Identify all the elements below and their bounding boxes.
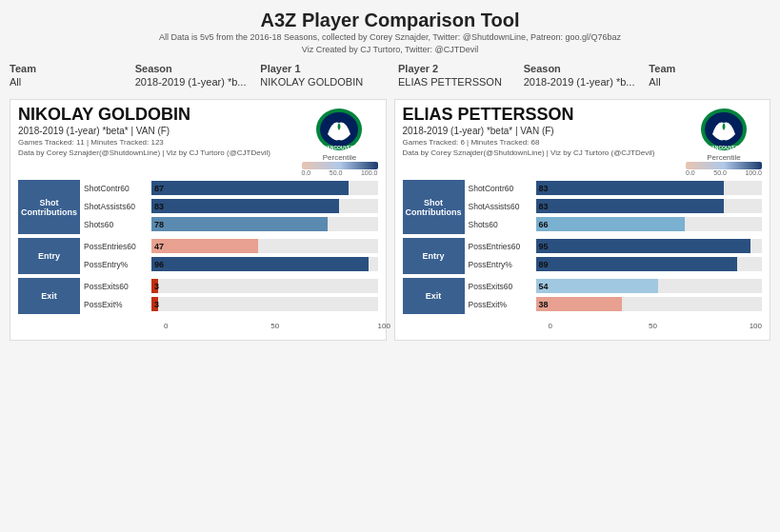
bar-value-ShotContr60: 83	[539, 184, 549, 193]
bar-PossEntries60: 95	[536, 239, 751, 253]
player2-control: Player 2 ELIAS PETTERSSON	[398, 63, 520, 88]
bar-ShotAssists60: 83	[151, 199, 339, 213]
player1-meta1: Games Tracked: 11 | Minutes Tracked: 123	[18, 138, 270, 147]
bar-PossEntry%: 89	[536, 257, 737, 271]
metric-name-PossEntry%: PossEntry%	[80, 260, 151, 269]
group-row-Exit: ExitPossExits6054PossExit%38	[403, 278, 763, 314]
bar-wrap-Shots60: 66	[536, 217, 763, 231]
metric-name-PossEntry%: PossEntry%	[465, 260, 536, 269]
player2-name: ELIAS PETTERSSON	[403, 106, 655, 125]
season2-control: Season 2018-2019 (1-year) *b...	[524, 63, 646, 88]
bar-value-ShotAssists60: 83	[539, 202, 549, 211]
bar-PossEntry%: 96	[151, 257, 369, 271]
bar-wrap-PossExit%: 3	[151, 297, 378, 311]
team2-value: All	[649, 76, 770, 88]
group-row-Exit: ExitPossExits603PossExit%3	[18, 278, 378, 314]
metric-name-ShotAssists60: ShotAssists60	[80, 202, 151, 211]
p2-x-label-0: 0	[549, 322, 650, 330]
bar-Shots60: 66	[536, 217, 686, 231]
bar-value-Shots60: 66	[539, 220, 549, 229]
bar-wrap-PossEntry%: 89	[536, 257, 763, 271]
bar-wrap-Shots60: 78	[151, 217, 378, 231]
player2-percentile-bar	[686, 162, 762, 169]
players-row: NIKOLAY GOLDOBIN 2018-2019 (1-year) *bet…	[10, 99, 770, 341]
team1-label: Team	[10, 63, 131, 74]
player1-header: NIKOLAY GOLDOBIN 2018-2019 (1-year) *bet…	[18, 106, 378, 176]
metric-row-ShotAssists60: ShotAssists6083	[80, 198, 378, 214]
bar-value-PossEntries60: 47	[154, 242, 164, 251]
bar-value-ShotContr60: 87	[154, 184, 164, 193]
bar-wrap-ShotContr60: 87	[151, 181, 378, 195]
group-label-Shot-Contributions: Shot Contributions	[403, 180, 465, 234]
player1-control: Player 1 NIKOLAY GOLDOBIN	[260, 63, 382, 88]
scale-max: 100.0	[361, 169, 378, 176]
player2-header: ELIAS PETTERSSON 2018-2019 (1-year) *bet…	[403, 106, 763, 176]
metric-name-ShotContr60: ShotContr60	[465, 184, 536, 193]
metric-name-ShotAssists60: ShotAssists60	[465, 202, 536, 211]
player1-percentile-label: Percentile	[323, 153, 357, 162]
bar-value-PossEntries60: 95	[539, 242, 549, 251]
bar-value-PossExit%: 3	[154, 300, 159, 309]
group-row-Shot-Contributions: Shot ContributionsShotContr6083ShotAssis…	[403, 180, 763, 234]
team2-label: Team	[649, 63, 770, 74]
season2-label: Season	[524, 63, 646, 74]
bar-PossExits60: 3	[151, 279, 158, 293]
player2-meta1: Games Tracked: 6 | Minutes Tracked: 68	[403, 138, 655, 147]
bar-wrap-PossEntries60: 47	[151, 239, 378, 253]
metric-name-ShotContr60: ShotContr60	[80, 184, 151, 193]
p2-x-label-50: 50	[649, 322, 750, 330]
bar-value-PossExit%: 38	[539, 300, 549, 309]
player2-meta2: Data by Corey Sznajder(@ShutdownLine) | …	[403, 148, 655, 157]
metric-row-PossExits60: PossExits603	[80, 278, 378, 294]
bar-value-Shots60: 78	[154, 220, 164, 229]
metric-row-PossExit%: PossExit%38	[465, 296, 763, 312]
p2-x-label-100: 100	[750, 322, 762, 330]
p2-scale-max: 100.0	[745, 169, 762, 176]
bar-wrap-ShotAssists60: 83	[151, 199, 378, 213]
x-label-50: 50	[270, 322, 377, 330]
bar-Shots60: 78	[151, 217, 328, 231]
bar-wrap-PossExits60: 54	[536, 279, 763, 293]
player2-x-axis: 0 50 100	[549, 322, 763, 330]
controls-row: Team All Season 2018-2019 (1-year) *b...…	[10, 63, 770, 88]
metric-name-PossExits60: PossExits60	[80, 282, 151, 291]
metric-row-Shots60: Shots6078	[80, 216, 378, 232]
team2-control: Team All	[649, 63, 770, 88]
player1-label: Player 1	[260, 63, 382, 74]
metric-row-PossExits60: PossExits6054	[465, 278, 763, 294]
p2-scale-min: 0.0	[686, 169, 695, 176]
season1-control: Season 2018-2019 (1-year) *b...	[135, 63, 257, 88]
bar-wrap-PossExit%: 38	[536, 297, 763, 311]
bar-ShotContr60: 83	[536, 181, 724, 195]
bar-value-PossExits60: 3	[154, 282, 159, 291]
svg-text:VANCOUVER: VANCOUVER	[324, 145, 354, 150]
bar-PossExits60: 54	[536, 279, 658, 293]
player2-team-logo: VANCOUVER Percentile 0.0 50.0 100.0	[686, 106, 762, 176]
bar-value-PossExits60: 54	[539, 282, 549, 291]
bar-value-ShotAssists60: 83	[154, 202, 164, 211]
header-sub2: Viz Created by CJ Turtoro, Twitter: @CJT…	[10, 44, 770, 56]
player1-chart: Shot ContributionsShotContr6087ShotAssis…	[18, 180, 378, 318]
player1-meta2: Data by Corey Sznajder(@ShutdownLine) | …	[18, 148, 270, 157]
metric-row-PossEntry%: PossEntry%89	[465, 256, 763, 272]
group-label-Shot-Contributions: Shot Contributions	[18, 180, 80, 234]
player2-label: Player 2	[398, 63, 520, 74]
svg-text:VANCOUVER: VANCOUVER	[709, 145, 739, 150]
bar-PossExit%: 38	[536, 297, 622, 311]
season1-value: 2018-2019 (1-year) *b...	[135, 76, 257, 88]
player1-sub: 2018-2019 (1-year) *beta* | VAN (F)	[18, 126, 270, 136]
player1-percentile-bar	[302, 162, 378, 169]
group-row-Entry: EntryPossEntries6047PossEntry%96	[18, 238, 378, 274]
app-header: A3Z Player Comparison Tool All Data is 5…	[10, 10, 770, 55]
bar-wrap-PossEntries60: 95	[536, 239, 763, 253]
group-row-Shot-Contributions: Shot ContributionsShotContr6087ShotAssis…	[18, 180, 378, 234]
metric-row-ShotContr60: ShotContr6087	[80, 180, 378, 196]
metric-row-Shots60: Shots6066	[465, 216, 763, 232]
x-label-0: 0	[164, 322, 270, 330]
season2-value: 2018-2019 (1-year) *b...	[524, 76, 646, 88]
player1-scale-labels: 0.0 50.0 100.0	[302, 169, 378, 176]
bar-ShotContr60: 87	[151, 181, 349, 195]
metric-name-Shots60: Shots60	[465, 220, 536, 229]
metric-row-PossEntry%: PossEntry%96	[80, 256, 378, 272]
canucks-logo-svg-2: VANCOUVER	[698, 106, 750, 153]
